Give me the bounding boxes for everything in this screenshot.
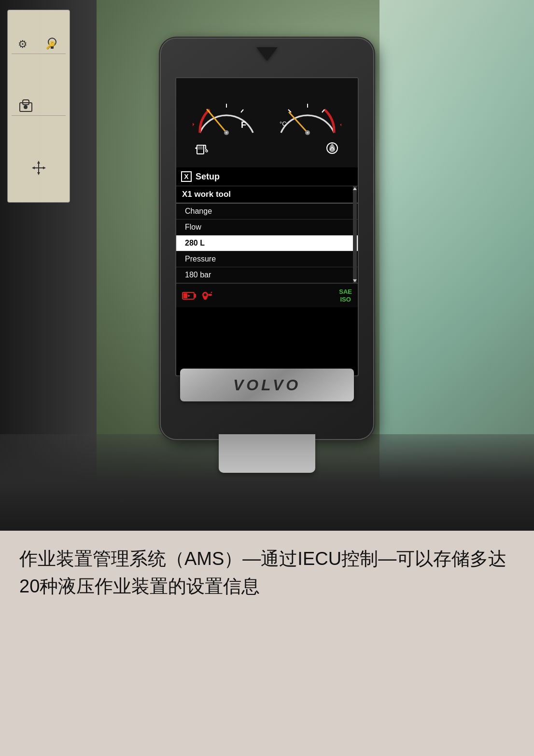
svg-rect-22 [198,146,203,150]
scroll-arrow-down[interactable] [353,279,357,282]
temp-gauge: °C [271,87,344,159]
svg-point-20 [225,132,227,134]
device-container: F [161,39,373,473]
fuel-gauge-svg: F [193,87,260,140]
sticker-icon-3 [16,99,35,113]
status-icons [182,290,214,302]
temp-gauge-svg: °C [274,87,341,140]
svg-rect-39 [194,294,196,298]
svg-rect-44 [208,294,212,296]
menu-item-flow-value[interactable]: 280 L [176,235,358,251]
svg-rect-29 [340,122,341,129]
svg-marker-10 [37,172,40,175]
setup-x-icon: X [181,171,192,182]
pressure-label: Pressure [185,255,216,263]
sticker-empty [44,99,61,113]
flow-value: 280 L [185,239,205,247]
menu-item-x1-work-tool[interactable]: X1 work tool [176,186,358,204]
svg-point-26 [206,150,208,152]
setup-header: X Setup [176,167,358,186]
setup-title: Setup [196,172,220,182]
fuel-gauge: F [190,87,263,159]
gauges-area: F [176,78,358,167]
device-top-notch [256,47,278,61]
device-shell: F [161,39,373,439]
menu-area: X Setup X1 work tool Change Flow [176,167,358,307]
flow-label: Flow [185,223,201,231]
svg-text:F: F [241,120,246,130]
change-label: Change [185,207,212,215]
svg-marker-11 [32,166,35,169]
svg-line-31 [322,110,324,112]
battery-icon [182,291,197,301]
pressure-value: 180 bar [185,271,211,279]
device-screen: F [175,77,359,376]
svg-point-43 [204,293,207,296]
menu-item-pressure-value[interactable]: 180 bar [176,267,358,283]
x1-work-tool-label: X1 work tool [182,190,231,199]
svg-text:°C: °C [280,120,287,127]
device-mount [219,434,315,473]
svg-point-6 [24,105,28,109]
sticker-icon-2: 🔑 [42,37,62,52]
instruction-sticker: ⚙ 🔑 [7,10,70,203]
svg-line-15 [241,110,243,112]
x-symbol: X [184,173,188,180]
svg-marker-9 [37,161,40,164]
scroll-arrow-up[interactable] [353,187,357,190]
svg-rect-13 [193,122,195,128]
svg-marker-28 [195,147,197,150]
description-text: 作业装置管理系统（AMS）—通过IECU控制—可以存储多达20种液压作业装置的设… [19,545,515,600]
svg-rect-40 [183,293,187,298]
volvo-logo: VOLVO [233,376,301,394]
fuel-pump-icon [195,141,209,157]
scroll-indicator [353,186,357,283]
sticker-icon-1: ⚙ [15,37,35,52]
sticker-icon-4 [29,161,48,175]
sae-iso-label: SAEISO [339,288,352,303]
svg-marker-12 [43,166,46,169]
svg-text:🔑: 🔑 [46,41,56,50]
menu-item-pressure-label[interactable]: Pressure [176,251,358,267]
volvo-logo-strip: VOLVO [180,369,354,401]
menu-item-flow-label[interactable]: Flow [176,220,358,235]
status-bar: SAEISO [176,283,358,307]
menu-item-change[interactable]: Change [176,204,358,220]
menu-scroll-container: X1 work tool Change Flow 280 L Pressure [176,186,358,283]
svg-text:⚙: ⚙ [18,38,28,50]
oil-icon [200,290,214,302]
svg-line-45 [211,292,212,293]
svg-point-36 [307,132,309,134]
coolant-icon [325,141,339,157]
description-area: 作业装置管理系统（AMS）—通过IECU控制—可以存储多达20种液压作业装置的设… [19,545,515,600]
